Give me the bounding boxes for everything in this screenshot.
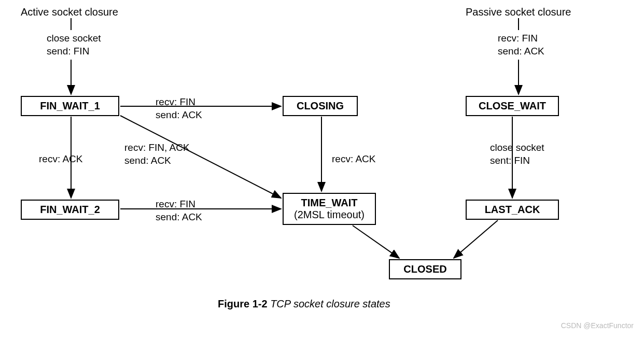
state-label: CLOSED: [403, 263, 446, 275]
active-closure-header: Active socket closure: [21, 6, 118, 18]
state-label: FIN_WAIT_2: [40, 204, 100, 215]
passive-closure-header: Passive socket closure: [466, 6, 571, 18]
state-closing: CLOSING: [283, 96, 358, 116]
state-close-wait: CLOSE_WAIT: [466, 96, 559, 116]
edge-fw1-to-fw2: recv: ACK: [39, 153, 82, 166]
edge-text: send: ACK: [156, 211, 202, 222]
edge-closing-to-tw: recv: ACK: [332, 153, 375, 166]
svg-line-12: [454, 220, 498, 258]
edge-text: send: ACK: [124, 155, 171, 166]
svg-line-11: [353, 225, 399, 258]
edge-text: recv: FIN: [156, 199, 195, 209]
edge-cw-to-la: close socket sent: FIN: [490, 142, 544, 167]
state-time-wait: TIME_WAIT (2MSL timeout): [283, 193, 376, 225]
edge-text: send: FIN: [47, 46, 89, 56]
edge-text: recv: FIN: [498, 33, 538, 44]
state-label: LAST_ACK: [485, 204, 540, 215]
edge-passive-start: recv: FIN send: ACK: [498, 32, 544, 58]
edge-text: recv: ACK: [332, 153, 375, 164]
edge-active-start: close socket send: FIN: [47, 32, 101, 58]
edge-fw1-to-tw: recv: FIN, ACK send: ACK: [124, 142, 190, 167]
state-label: CLOSE_WAIT: [479, 100, 546, 111]
edge-text: recv: FIN, ACK: [124, 142, 190, 153]
edge-text: close socket: [490, 142, 544, 153]
state-label: CLOSING: [297, 100, 344, 111]
edge-text: send: ACK: [498, 46, 544, 56]
edge-text: send: ACK: [156, 109, 202, 120]
state-fin-wait-1: FIN_WAIT_1: [21, 96, 119, 116]
state-label: TIME_WAIT: [301, 197, 358, 208]
edge-text: sent: FIN: [490, 155, 530, 166]
caption-italic: TCP socket closure states: [270, 298, 390, 309]
edge-text: close socket: [47, 33, 101, 44]
edge-fw2-to-tw: recv: FIN send: ACK: [156, 198, 202, 223]
state-fin-wait-2: FIN_WAIT_2: [21, 200, 119, 220]
state-closed: CLOSED: [389, 259, 461, 279]
state-label: FIN_WAIT_1: [40, 100, 100, 111]
state-sublabel: (2MSL timeout): [294, 209, 365, 220]
figure-caption: Figure 1-2 TCP socket closure states: [218, 298, 390, 310]
caption-bold: Figure 1-2: [218, 298, 268, 309]
edge-text: recv: FIN: [156, 96, 195, 107]
edge-text: recv: ACK: [39, 153, 82, 164]
watermark: CSDN @ExactFunctor: [561, 321, 634, 330]
state-last-ack: LAST_ACK: [466, 200, 559, 220]
edge-fw1-to-closing: recv: FIN send: ACK: [156, 96, 202, 121]
